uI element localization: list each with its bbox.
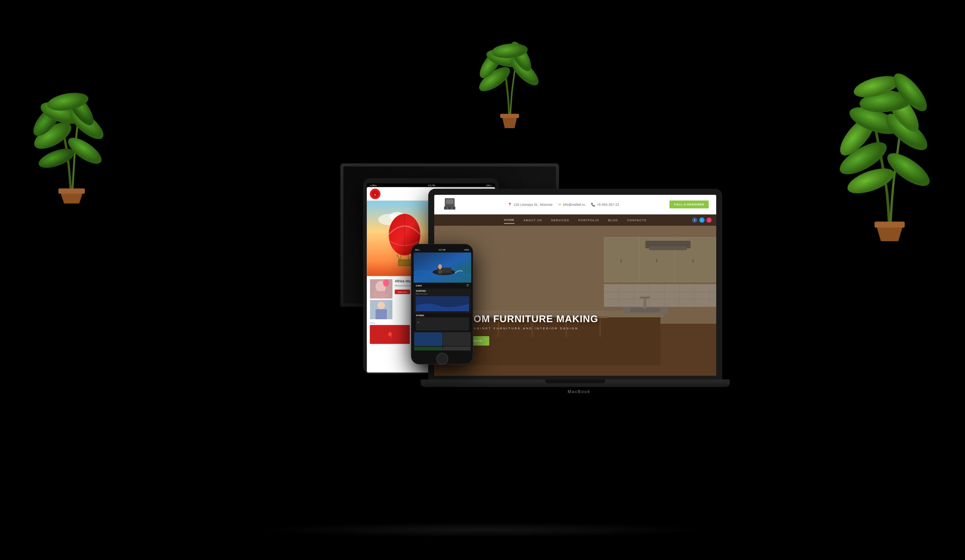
- nav-blog[interactable]: BLOG: [608, 217, 618, 224]
- phone-content-title-1: SURFING: [416, 290, 469, 292]
- phone-hero-image: [414, 253, 471, 282]
- svg-text:A: A: [374, 193, 376, 196]
- tablet-battery: 100% ▪: [486, 184, 492, 186]
- phone-status-bar: BELL 4:21 PM 100%: [414, 249, 470, 253]
- ground-shadow: [256, 522, 709, 537]
- nav-contacts[interactable]: CONTACTS: [627, 217, 646, 224]
- phone-body: BELL 4:21 PM 100%: [411, 244, 473, 364]
- call-designer-button[interactable]: CALL A DESIGNER: [669, 201, 709, 208]
- phone-grid-1: [414, 332, 442, 346]
- svg-rect-13: [399, 260, 410, 266]
- phone-content-1: SURFING Adventure sports: [414, 288, 471, 313]
- svg-rect-28: [444, 207, 455, 209]
- svg-point-93: [64, 90, 98, 129]
- phone-grid-3: [414, 347, 442, 351]
- svg-rect-81: [443, 332, 471, 346]
- svg-point-101: [507, 54, 543, 90]
- nav-services[interactable]: SERVICES: [551, 217, 569, 224]
- web-phone-text: +5-555-357-22: [597, 203, 619, 207]
- africa-thumbnails: [370, 279, 393, 320]
- svg-rect-27: [446, 199, 453, 204]
- instagram-icon[interactable]: i: [707, 217, 711, 223]
- web-hero: CUSTOM FURNITURE MAKING KITCHEN, CABINET…: [434, 226, 716, 376]
- svg-point-91: [38, 98, 83, 129]
- phone-content-title-2: STORIES: [416, 314, 469, 317]
- svg-rect-97: [59, 188, 85, 194]
- svg-rect-104: [500, 114, 519, 118]
- phone-time: 4:21 PM: [438, 249, 446, 251]
- phone-carrier: BELL: [415, 249, 420, 251]
- svg-text:🎈: 🎈: [387, 332, 394, 338]
- svg-point-96: [64, 133, 105, 168]
- phone-content-image-1: [416, 296, 469, 311]
- phone-icon: 📞: [591, 203, 595, 207]
- web-logo: [442, 196, 458, 213]
- phone-screen: E-MAC ☰ SURFING Adventure sports ST: [414, 253, 471, 351]
- svg-text:•••: •••: [417, 321, 420, 323]
- svg-rect-30: [451, 207, 453, 209]
- svg-point-90: [30, 101, 65, 140]
- phone-content-image-2: •••: [416, 317, 469, 330]
- svg-rect-16: [374, 291, 389, 299]
- svg-point-102: [507, 39, 535, 74]
- location-icon: 📍: [508, 203, 512, 207]
- laptop-base: [421, 379, 730, 387]
- svg-point-111: [844, 163, 897, 198]
- nav-home[interactable]: HOME: [504, 217, 515, 224]
- web-address: 📍 126 Lesnaya St., Moscow: [508, 203, 552, 207]
- web-email: ✉ info@mebel.ru: [558, 203, 585, 207]
- phone-photo-grid: [414, 331, 471, 351]
- phone-home-button[interactable]: [436, 353, 448, 365]
- tablet-carrier: ••• BELL: [370, 184, 377, 186]
- laptop-brand-label: MacBook: [568, 389, 590, 394]
- svg-rect-80: [414, 332, 442, 346]
- svg-point-20: [377, 302, 385, 309]
- plant-center-top: [476, 23, 543, 130]
- svg-point-110: [859, 89, 913, 114]
- web-phone: 📞 +5-555-357-22: [591, 203, 619, 207]
- africa-thumb-2: [370, 300, 393, 320]
- phone-content-2: STORIES •••: [414, 313, 471, 331]
- laptop-notch: [545, 379, 605, 383]
- svg-point-100: [484, 46, 523, 70]
- facebook-icon[interactable]: f: [692, 217, 697, 223]
- svg-point-103: [491, 42, 528, 60]
- svg-point-108: [881, 108, 933, 157]
- africa-read-more-btn[interactable]: Read more: [395, 289, 410, 294]
- svg-rect-115: [875, 222, 904, 228]
- svg-point-75: [438, 264, 442, 269]
- svg-rect-82: [414, 347, 442, 351]
- laptop-screen: 📍 126 Lesnaya St., Moscow ✉ info@mebel.r…: [434, 195, 716, 376]
- web-email-text: info@mebel.ru: [563, 203, 585, 207]
- phone-grid-4: [443, 347, 471, 351]
- phone-content-sub-1: Adventure sports: [416, 293, 469, 295]
- nav-about[interactable]: ABOUT US: [523, 217, 542, 224]
- svg-point-94: [46, 90, 90, 113]
- svg-rect-21: [375, 309, 387, 320]
- svg-rect-83: [443, 347, 471, 351]
- phone-grid-2: [443, 332, 471, 346]
- phone-nav-bar: E-MAC ☰: [414, 282, 471, 288]
- nav-portfolio[interactable]: PORTFOLIO: [578, 217, 599, 224]
- svg-point-99: [476, 47, 506, 82]
- svg-rect-78: [416, 317, 469, 330]
- phone-nav-menu[interactable]: ☰: [466, 284, 469, 287]
- svg-point-89: [30, 117, 75, 154]
- svg-point-98: [476, 62, 514, 96]
- svg-point-92: [65, 105, 108, 144]
- plant-left: [30, 60, 113, 205]
- africa-thumb-1: [370, 279, 393, 299]
- tablet-status-bar: ••• BELL 4:21 PM 100% ▪: [367, 183, 495, 187]
- svg-point-113: [852, 72, 901, 101]
- phone-battery: 100%: [464, 249, 469, 251]
- web-contact-info: 📍 126 Lesnaya St., Moscow ✉ info@mebel.r…: [508, 203, 619, 207]
- svg-point-109: [881, 86, 924, 136]
- email-icon: ✉: [558, 203, 561, 207]
- svg-point-114: [888, 69, 932, 116]
- phone-nav-brand: E-MAC: [416, 284, 422, 287]
- nav-social: f t i: [692, 217, 711, 223]
- laptop-base-area: MacBook: [428, 379, 730, 387]
- laptop-device: 📍 126 Lesnaya St., Moscow ✉ info@mebel.r…: [428, 189, 730, 387]
- twitter-icon[interactable]: t: [699, 217, 705, 223]
- phone-device: BELL 4:21 PM 100%: [411, 244, 473, 364]
